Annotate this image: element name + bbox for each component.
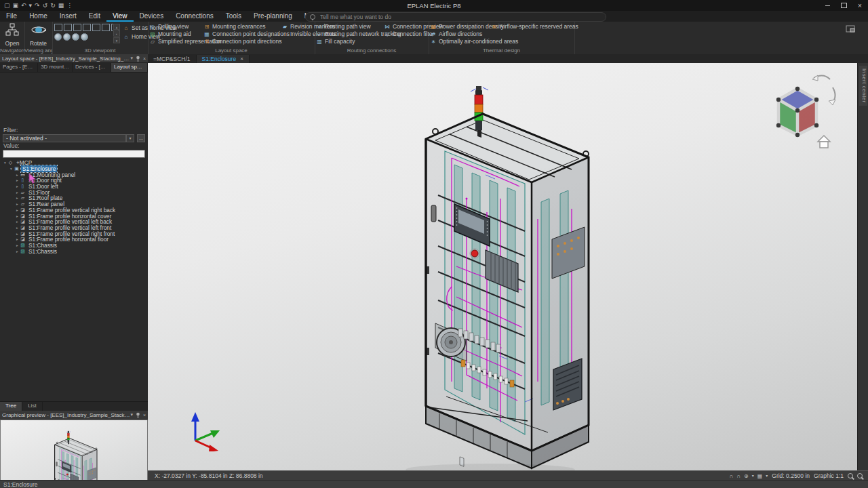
history-back-icon[interactable]: ↺ <box>43 0 48 11</box>
open-page-icon[interactable]: ▣ <box>13 0 19 11</box>
globe-icon[interactable]: ⊕ <box>744 473 749 479</box>
grid-size-indicator[interactable]: Grid: 0.2500 in <box>772 472 810 479</box>
viewpoint-orb-button[interactable] <box>63 33 71 41</box>
viewpoint-cube-button[interactable] <box>83 24 91 31</box>
enclosure-3d-model[interactable] <box>148 63 857 470</box>
redo-icon[interactable]: ↷ <box>35 0 40 11</box>
optimally-air-conditioned-areas-button[interactable]: ∗Optimally air-conditioned areas <box>430 38 518 45</box>
insert-center-tab[interactable]: Insert center <box>859 66 867 106</box>
viewpoint-cube-button[interactable] <box>92 24 100 31</box>
collapse-icon[interactable]: ▸ <box>15 196 20 200</box>
collapse-icon[interactable]: ▸ <box>15 190 20 195</box>
dock-tab-layout-space[interactable]: Layout space - [E... <box>111 63 148 72</box>
tree-item-s1-mounting-panel[interactable]: ▸▭S1:Mounting panel <box>0 171 148 178</box>
tree-item-s1-roof-plate[interactable]: ▸▱S1:Roof plate <box>0 195 148 201</box>
close-panel-icon[interactable]: × <box>143 56 146 61</box>
interface-window-icon[interactable] <box>845 24 856 34</box>
zoom-out-icon[interactable] <box>857 473 863 479</box>
caret-icon[interactable]: ▾ <box>752 473 754 479</box>
menu-file[interactable]: File <box>0 11 23 22</box>
viewpoint-scroll-button[interactable]: ▴ <box>113 24 120 30</box>
menu-view[interactable]: View <box>106 11 134 22</box>
viewpoint-orb-button[interactable] <box>81 33 88 41</box>
dropdown-icon[interactable]: ▾ <box>130 412 133 418</box>
viewpoint-cube-button[interactable] <box>73 24 81 31</box>
view-tab-tree[interactable]: Tree <box>0 402 22 411</box>
snap-off-icon[interactable]: ∩ <box>736 473 741 479</box>
viewpoint-cube-button[interactable] <box>102 24 110 31</box>
new-page-icon[interactable]: ▢ <box>4 0 10 11</box>
menu-home[interactable]: Home <box>23 11 54 22</box>
filter-more-button[interactable]: ... <box>137 134 145 142</box>
3d-viewport[interactable] <box>148 63 857 470</box>
mounting-clearances-button[interactable]: ⊞Mounting clearances <box>203 23 290 30</box>
tree-item-s1-frame-profile-horizontal-floor[interactable]: ▸◪S1:Frame profile horizontal floor <box>0 237 148 243</box>
collapse-icon[interactable]: ▸ <box>15 237 20 241</box>
collapse-icon[interactable]: ▸ <box>15 184 20 188</box>
dropdown-icon[interactable]: ▾ <box>130 56 133 61</box>
viewpoint-orb-button[interactable] <box>54 33 62 41</box>
preview-header[interactable]: Graphical preview - [EES]_Industry_Sampl… <box>0 411 148 420</box>
viewpoint-cube-button[interactable] <box>54 24 62 31</box>
navigator-header[interactable]: Layout space - [EES]_Industry_Sample_Sta… <box>0 54 148 63</box>
viewpoint-cube-button[interactable] <box>64 24 72 31</box>
caret-icon[interactable]: ▾ <box>766 473 768 479</box>
collapse-icon[interactable]: ▸ <box>15 208 20 212</box>
collapse-icon[interactable]: ▸ <box>15 220 20 224</box>
open-button[interactable]: Open <box>0 23 24 47</box>
collapse-icon[interactable]: ▸ <box>15 173 20 177</box>
doc-tab-mcp-sch-1[interactable]: =MCP&SCH/1 <box>148 55 197 63</box>
menu-pre-planning[interactable]: Pre-planning <box>248 11 298 22</box>
expanded-icon[interactable]: ▾ <box>9 167 14 171</box>
viewpoint-orb-button[interactable] <box>72 33 79 41</box>
snap-on-icon[interactable]: ∩ <box>729 473 733 479</box>
search-input[interactable] <box>319 13 601 21</box>
graphic-scale-indicator[interactable]: Graphic 1:1 <box>814 472 844 479</box>
pin-icon[interactable] <box>136 412 140 418</box>
menu-insert[interactable]: Insert <box>54 11 83 22</box>
close-button[interactable]: × <box>852 0 868 11</box>
dock-tab-devices-e[interactable]: Devices - [EES]_In... <box>73 63 111 72</box>
restore-button[interactable] <box>835 0 852 11</box>
tree-item-s1-door-left[interactable]: ▸▯S1:Door left <box>0 184 148 190</box>
zoom-in-icon[interactable] <box>848 473 853 479</box>
collapse-icon[interactable]: ▸ <box>15 232 20 236</box>
dock-tab-3d-mounting[interactable]: 3D mounting lay... <box>38 63 73 72</box>
view-tab-list[interactable]: List <box>22 402 42 411</box>
collapse-icon[interactable]: ▸ <box>15 214 20 218</box>
history-forward-icon[interactable]: ↻ <box>50 0 56 11</box>
collapse-icon[interactable]: ▸ <box>15 249 20 253</box>
tree-item-s1-chassis[interactable]: ▸▨S1:Chassis <box>0 248 148 254</box>
tree-item-s1-door-right[interactable]: ▸▯S1:Door right <box>0 178 148 184</box>
collapse-icon[interactable]: ▸ <box>15 202 20 206</box>
view-navigation-cube[interactable] <box>770 70 838 151</box>
menu-connections[interactable]: Connections <box>170 11 220 22</box>
collapse-icon[interactable]: ▸ <box>15 243 20 247</box>
viewpoint-scroll-button[interactable]: ▾ <box>113 37 120 43</box>
viewpoint-scroll-button[interactable]: ▪ <box>113 30 120 37</box>
doc-tab-s1-enclosure[interactable]: S1:Enclosure× <box>197 55 250 63</box>
pin-icon[interactable] <box>136 56 140 62</box>
collapse-icon[interactable]: ▸ <box>15 226 20 230</box>
minimize-button[interactable] <box>819 0 835 11</box>
fill-capacity-button[interactable]: ▥Fill capacity <box>316 38 401 45</box>
rotate-button[interactable]: Rotate <box>24 23 52 47</box>
expanded-icon[interactable]: ▾ <box>3 161 7 165</box>
connection-point-directions-button[interactable]: ⇅Connection point directions <box>203 38 290 45</box>
airflow-directions-button[interactable]: ⇄Airflow directions <box>430 30 518 37</box>
grid-toggle-icon[interactable]: ▦ <box>757 473 763 479</box>
airflow-specific-reserved-areas-button[interactable]: ⊠Airflow-specific reserved areas <box>491 23 578 30</box>
menu-tools[interactable]: Tools <box>220 11 248 22</box>
search-box[interactable] <box>305 12 606 22</box>
undo-icon[interactable]: ↶ <box>21 0 26 11</box>
undo-menu-icon[interactable]: ▾ <box>29 0 33 11</box>
dock-tab-pages-ees[interactable]: Pages - [EES]_Ind... <box>0 63 38 72</box>
tree-item-s1-chassis[interactable]: ▸▨S1:Chassis <box>0 243 148 249</box>
home-view-icon[interactable] <box>818 136 830 148</box>
more-icon[interactable]: ⋮ <box>66 0 73 11</box>
close-panel-icon[interactable]: × <box>143 413 146 418</box>
menu-devices[interactable]: Devices <box>134 11 170 22</box>
filter-combobox[interactable]: - Not activated - <box>3 134 126 142</box>
menu-edit[interactable]: Edit <box>83 11 106 22</box>
collapse-icon[interactable]: ▸ <box>15 178 20 182</box>
